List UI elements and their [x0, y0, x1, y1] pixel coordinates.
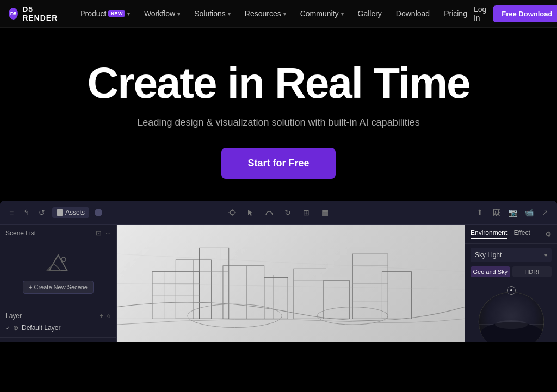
- right-panel: Environment Effect ⚙ Sky Light ▾ Geo and…: [465, 225, 557, 342]
- sky-sphere-container: [471, 284, 552, 342]
- svg-marker-6: [47, 264, 60, 270]
- geo-hdri-tabs: Geo and Sky HDRI: [471, 266, 552, 277]
- create-scene-button[interactable]: + Create New Secene: [23, 281, 94, 294]
- nav-item-download[interactable]: Download: [389, 0, 436, 28]
- hero-section: Create in Real Time Leading design & vis…: [0, 28, 557, 201]
- brand-icon: D5: [9, 8, 18, 20]
- nav-item-solutions[interactable]: Solutions ▾: [188, 0, 237, 28]
- navbar: D5 D5 RENDER Product NEW ▾ Workflow ▾ So…: [0, 0, 557, 28]
- app-body: Scene List ⊡ ··· + Create New Sec: [0, 225, 557, 342]
- bezier-icon[interactable]: [264, 207, 275, 218]
- upload-icon[interactable]: ⬆: [474, 207, 485, 218]
- scene-empty-state: + Create New Secene: [5, 240, 111, 302]
- scene-more-icon[interactable]: ···: [105, 229, 111, 237]
- layer-menu-icon[interactable]: ⟐: [107, 312, 111, 320]
- tab-environment[interactable]: Environment: [471, 229, 507, 239]
- brand-name: D5 RENDER: [22, 5, 60, 22]
- compass-dot: [510, 289, 512, 291]
- login-button[interactable]: Log In: [474, 5, 486, 22]
- hamburger-icon[interactable]: ≡: [7, 208, 16, 217]
- camera-icon[interactable]: 📷: [507, 207, 518, 218]
- svg-rect-18: [264, 277, 288, 319]
- compass-indicator: [507, 286, 516, 295]
- start-for-free-button[interactable]: Start for Free: [221, 148, 335, 179]
- settings-icon[interactable]: ⚙: [545, 230, 552, 238]
- nav-item-pricing[interactable]: Pricing: [437, 0, 474, 28]
- svg-point-7: [61, 257, 66, 262]
- svg-point-0: [230, 210, 234, 215]
- nav-item-gallery[interactable]: Gallery: [351, 0, 388, 28]
- video-icon[interactable]: 📹: [523, 207, 534, 218]
- cursor-icon[interactable]: [245, 207, 256, 218]
- share-icon[interactable]: ↗: [540, 207, 550, 218]
- left-panel: Scene List ⊡ ··· + Create New Sec: [0, 225, 117, 342]
- viewport[interactable]: [117, 225, 465, 342]
- svg-rect-11: [200, 248, 229, 319]
- layer-header: Layer + ⟐: [5, 312, 111, 320]
- nav-item-community[interactable]: Community ▾: [294, 0, 350, 28]
- chevron-down-icon: ▾: [341, 11, 344, 17]
- check-icon: ✓: [5, 325, 10, 331]
- assets-button[interactable]: Assets: [52, 207, 89, 218]
- lamp-icon[interactable]: [227, 207, 238, 218]
- toolbar-dot: [95, 209, 102, 216]
- new-badge: NEW: [108, 10, 125, 17]
- chevron-down-icon: ▾: [127, 11, 130, 17]
- nav-right: Log In Free Download: [474, 5, 557, 22]
- free-download-button[interactable]: Free Download: [493, 5, 557, 22]
- nav-item-workflow[interactable]: Workflow ▾: [138, 0, 187, 28]
- svg-line-24: [117, 254, 465, 271]
- tab-effect[interactable]: Effect: [513, 229, 530, 239]
- undo-icon[interactable]: ↰: [22, 208, 32, 217]
- scene-list-section: Scene List ⊡ ··· + Create New Sec: [0, 225, 116, 307]
- app-toolbar: ≡ ↰ ↺ Assets ↻ ⊞ ▦ ⬆ 🖼 📷: [0, 201, 557, 225]
- layer-stack-icon: ⊕: [13, 324, 18, 332]
- nav-items: Product NEW ▾ Workflow ▾ Solutions ▾ Res…: [73, 0, 474, 28]
- right-panel-header: Environment Effect ⚙: [465, 225, 557, 244]
- sky-light-chevron-icon[interactable]: ▾: [544, 252, 547, 258]
- layer-add-icon[interactable]: +: [99, 312, 103, 320]
- mountain-icon: [45, 249, 72, 276]
- redo-icon[interactable]: ↺: [37, 208, 47, 217]
- app-preview: ≡ ↰ ↺ Assets ↻ ⊞ ▦ ⬆ 🖼 📷: [0, 201, 557, 342]
- right-panel-body: Sky Light ▾ Geo and Sky HDRI: [465, 244, 557, 342]
- image-icon[interactable]: 🖼: [491, 207, 502, 218]
- toolbar-center-icons: ↻ ⊞ ▦: [227, 207, 330, 218]
- chevron-down-icon: ▾: [283, 11, 286, 17]
- hdri-button[interactable]: HDRI: [512, 266, 552, 277]
- svg-rect-21: [352, 254, 388, 319]
- expand-icon[interactable]: ⊞: [301, 207, 312, 218]
- architectural-sketch: [117, 225, 465, 342]
- svg-point-25: [188, 304, 282, 327]
- nav-item-product[interactable]: Product NEW ▾: [73, 0, 137, 28]
- scene-layout-icon[interactable]: ⊡: [96, 229, 102, 237]
- viewport-content: [117, 225, 465, 342]
- geo-and-sky-button[interactable]: Geo and Sky: [471, 266, 510, 277]
- sky-light-row: Sky Light ▾: [471, 248, 552, 262]
- toolbar-right-icons: ⬆ 🖼 📷 📹 ↗: [474, 207, 550, 218]
- svg-rect-19: [294, 269, 326, 319]
- svg-rect-22: [382, 272, 411, 319]
- chevron-down-icon: ▾: [228, 11, 231, 17]
- object-section-header: Object Imported: [0, 338, 116, 342]
- grid-icon[interactable]: ▦: [319, 207, 330, 218]
- hero-title: Create in Real Time: [87, 60, 469, 106]
- layer-section: Layer + ⟐ ✓ ⊕ Default Layer: [0, 307, 116, 338]
- brand-logo[interactable]: D5 D5 RENDER: [9, 5, 60, 22]
- hero-subtitle: Leading design & visualization solution …: [137, 117, 419, 128]
- scene-header-icons: ⊡ ···: [96, 229, 111, 237]
- svg-line-23: [117, 283, 465, 289]
- layer-row-default: ✓ ⊕ Default Layer: [5, 323, 111, 333]
- scene-list-header: Scene List ⊡ ···: [5, 229, 111, 237]
- sky-sphere-wrapper: [473, 284, 549, 342]
- svg-rect-12: [223, 266, 264, 319]
- environment-tabs: Environment Effect: [471, 229, 530, 239]
- chevron-down-icon: ▾: [177, 11, 180, 17]
- svg-point-38: [495, 320, 528, 329]
- refresh-icon[interactable]: ↻: [282, 207, 293, 218]
- nav-item-resources[interactable]: Resources ▾: [238, 0, 293, 28]
- svg-rect-20: [323, 281, 350, 319]
